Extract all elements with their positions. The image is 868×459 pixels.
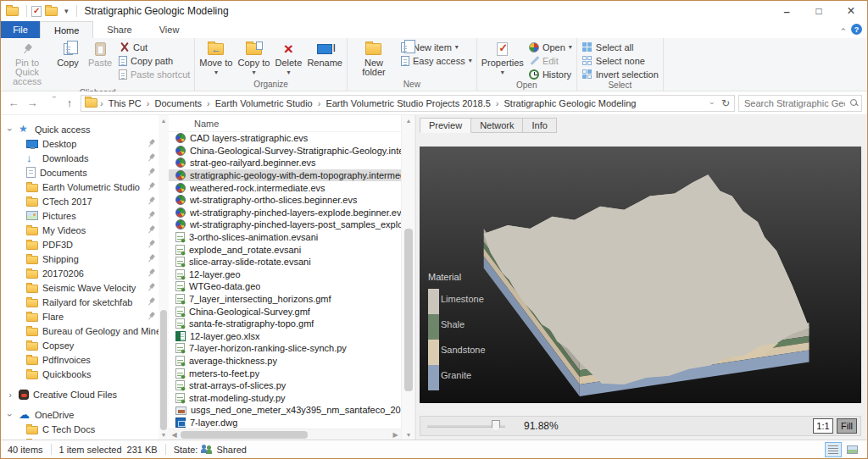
tab-info[interactable]: Info [523,118,556,133]
sidebar-item-my-videos[interactable]: My Videos [1,223,159,237]
move-to-button[interactable]: Move to [197,39,235,79]
search-icon[interactable] [850,99,858,107]
new-folder-button[interactable]: New folder [349,39,398,79]
sidebar-item-downloads[interactable]: Downloads [1,151,159,165]
tab-preview[interactable]: Preview [420,118,471,133]
file-item-china-geological-survey-gmf[interactable]: China-Geological-Survey.gmf [169,305,401,318]
file-item-wt-stratigraphy-pinched-layers-post-samples-explode-beginner-evs[interactable]: wt-stratigraphy-pinched-layers-post_samp… [169,218,401,231]
address-box[interactable]: › This PC›Documents›Earth Volumetric Stu… [81,95,735,112]
file-item-wtgeo-data-geo[interactable]: WTGeo-data.geo [169,280,401,293]
thumbnail-view-toggle[interactable] [843,442,860,457]
sidebar-scrollbar[interactable]: ▲ ▼ [159,115,169,440]
rename-button[interactable]: Rename [304,39,345,69]
chevron-down-icon[interactable] [6,410,14,420]
sidebar-item-shipping[interactable]: Shipping [1,252,159,266]
file-item-stratigraphic-geology-with-dem-topography-intermediate-evs[interactable]: stratigraphic-geology-with-dem-topograph… [169,169,401,182]
file-list-scrollbar[interactable]: ▲ ▼ [401,115,415,440]
address-dropdown-icon[interactable] [705,97,719,110]
search-input[interactable] [743,97,847,109]
copy-button[interactable]: Copy [52,39,84,69]
scroll-up-icon[interactable]: ▲ [159,115,169,125]
file-item-slice-array-slide-rotate-evsani[interactable]: slice-array-slide-rotate.evsani [169,256,401,268]
breadcrumb-item-earth-volumetric-studio-projects-2018-5[interactable]: Earth Volumetric Studio Projects 2018.5 [321,98,494,108]
details-view-toggle[interactable] [825,442,842,457]
properties-button[interactable]: Properties [479,39,526,79]
file-item-strat-arrays-of-slices-py[interactable]: strat-arrays-of-slices.py [169,379,401,392]
breadcrumb-item-stratigraphic-geologic-modeling[interactable]: Stratigraphic Geologic Modeling [500,98,641,108]
sidebar-item-railyard-for-sketchfab[interactable]: Railyard for sketchfab [1,295,159,309]
select-all-button[interactable]: Select all [579,41,661,53]
preview-3d-viewport[interactable]: Material LimestoneShaleSandstoneGranite [420,147,861,403]
qat-properties-button[interactable] [31,6,42,17]
collapse-ribbon-icon[interactable] [838,28,848,30]
help-icon[interactable]: ? [851,24,862,35]
file-item-usgs-ned-one-meter-x43y395-nm-santafeco-2014-tif[interactable]: usgs_ned_one_meter_x43y395_nm_santafeco_… [169,404,401,417]
recent-locations-dropdown[interactable] [43,96,58,111]
sidebar-item-copsey[interactable]: Copsey [1,338,159,352]
file-item-3-ortho-slices-animation-evsani[interactable]: 3-ortho-slices-animation.evsani [169,231,401,244]
open-button[interactable]: Open [526,41,575,53]
edit-button[interactable]: Edit [526,54,575,67]
file-item-average-thickness-py[interactable]: average-thickness.py [169,355,401,368]
tab-share[interactable]: Share [93,21,145,38]
zoom-slider-thumb[interactable] [492,420,500,432]
new-item-button[interactable]: New item [398,41,475,53]
copy-path-button[interactable]: Copy path [116,54,192,67]
sidebar-item-quickbooks[interactable]: Quickbooks [1,367,159,381]
file-item-7-layer-horizon-ranking-slice-synch-py[interactable]: 7-layer-horizon-ranking-slice-synch.py [169,342,401,355]
forward-button[interactable] [25,96,40,111]
sidebar-item-pdf3d[interactable]: PDF3D [1,237,159,252]
file-item-7-layer-intersecting-horizons-gmf[interactable]: 7_layer_intersecting_horizons.gmf [169,293,401,306]
scrollbar-thumb[interactable] [181,431,308,439]
file-item-wt-stratigraphy-ortho-slices-beginner-evs[interactable]: wt-stratigraphy-ortho-slices.beginner.ev… [169,194,401,207]
file-item-wt-stratigraphy-pinched-layers-explode-beginner-evs[interactable]: wt-stratigraphy-pinched-layers-explode.b… [169,207,401,219]
zoom-slider-track[interactable] [427,425,505,428]
pin-to-quick-access-button[interactable]: Pin to Quick access [3,39,52,88]
cut-button[interactable]: Cut [116,41,192,53]
delete-button[interactable]: Delete [272,39,304,79]
column-header-name[interactable]: Name [169,115,401,132]
file-item-explode-and-rotate-evsani[interactable]: explode_and_rotate.evsani [169,243,401,256]
qat-new-folder-button[interactable] [45,7,61,16]
file-item-santa-fe-stratigraphy-topo-gmf[interactable]: santa-fe-stratigraphy-topo.gmf [169,318,401,330]
sidebar-item-c-tech-docs[interactable]: C Tech Docs [1,422,159,436]
qat-customize-dropdown[interactable] [64,7,69,15]
file-item-strat-geo-railyard-beginner-evs[interactable]: strat-geo-railyard.beginner.evs [169,157,401,169]
up-button[interactable] [62,96,77,111]
sidebar-item-desktop[interactable]: Desktop [1,136,159,151]
fill-button[interactable]: Fill [837,418,857,434]
sidebar-item-ctech-2017[interactable]: CTech 2017 [1,194,159,208]
paste-shortcut-button[interactable]: Paste shortcut [116,68,192,80]
tab-file[interactable]: File [1,21,40,38]
sidebar-item-seismic-wave-velocity[interactable]: Seismic Wave Velocity [1,280,159,295]
history-button[interactable]: History [526,68,575,80]
one-to-one-button[interactable]: 1:1 [813,418,833,434]
maximize-button[interactable] [803,1,835,21]
scroll-down-icon[interactable]: ▼ [159,429,169,440]
file-item-meters-to-feet-py[interactable]: meters-to-feet.py [169,367,401,379]
refresh-icon[interactable] [719,97,732,110]
sidebar-item-pdfinvoices[interactable]: PdfInvoices [1,352,159,367]
scrollbar-thumb[interactable] [404,229,413,391]
scroll-up-icon[interactable]: ▲ [402,115,415,125]
sidebar-item-bureau-of-geology-and-mineral-enginee[interactable]: Bureau of Geology and Mineral Enginee [1,324,159,338]
sidebar-item-quick-access[interactable]: Quick access [1,122,159,136]
scroll-down-icon[interactable]: ▼ [402,429,415,440]
breadcrumb-item-this-pc[interactable]: This PC [104,98,146,108]
file-item-cad-layers-stratigraphic-evs[interactable]: CAD layers-stratigraphic.evs [169,132,401,145]
file-item-weathered-rock-intermediate-evs[interactable]: weathered-rock.intermediate.evs [169,181,401,194]
sidebar-item-documents[interactable]: Documents [1,165,159,180]
sidebar-item-creative-cloud-files[interactable]: Creative Cloud Files [1,387,159,401]
sidebar-item-earth-volumetric-studio-projects-2018[interactable]: Earth Volumetric Studio Projects 2018 [1,180,159,194]
tab-home[interactable]: Home [40,21,93,38]
copy-to-button[interactable]: Copy to [235,39,272,79]
breadcrumb-item-earth-volumetric-studio[interactable]: Earth Volumetric Studio [211,98,317,108]
scroll-left-icon[interactable]: ◀ [169,431,180,439]
horizontal-scrollbar[interactable]: ◀ ▶ [169,429,401,440]
sidebar-item-flare[interactable]: Flare [1,309,159,324]
file-item-12-layer-geo-xlsx[interactable]: 12-layer.geo.xlsx [169,330,401,343]
chevron-down-icon[interactable] [6,124,14,135]
paste-button[interactable]: Paste [84,39,116,69]
file-item-12-layer-geo[interactable]: 12-layer.geo [169,268,401,281]
tab-view[interactable]: View [146,21,193,38]
